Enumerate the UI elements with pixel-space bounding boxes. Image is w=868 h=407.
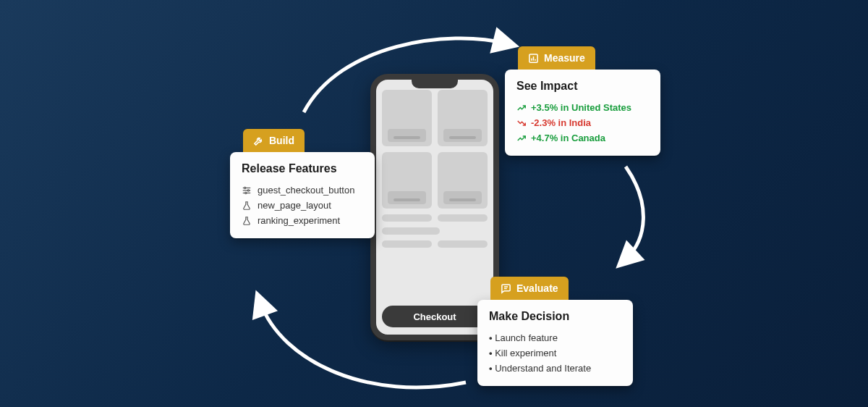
evaluate-tab-label: Evaluate [516, 282, 558, 294]
trend-up-icon [516, 133, 527, 143]
phone-notch [412, 78, 458, 88]
measure-tab: Measure [518, 46, 595, 70]
feature-item-label: guest_checkout_button [258, 185, 354, 196]
evaluate-card-title: Make Decision [489, 310, 621, 323]
bar-chart-icon [528, 53, 539, 64]
feature-item-label: new_page_layout [258, 200, 331, 211]
measure-tab-label: Measure [544, 52, 585, 64]
impact-text: -2.3% in India [531, 117, 591, 128]
measure-card: Measure See Impact +3.5% in United State… [505, 70, 660, 156]
phone-tile [438, 90, 488, 146]
feature-item: new_page_layout [242, 198, 363, 213]
trend-down-icon [516, 118, 527, 128]
build-tab: Build [243, 129, 305, 152]
message-icon [501, 283, 511, 294]
evaluate-card: Evaluate Make Decision Launch feature Ki… [477, 300, 633, 386]
evaluate-tab: Evaluate [490, 277, 569, 300]
decision-item: Kill experiment [489, 345, 621, 361]
phone-tile [382, 90, 432, 146]
checkout-button: Checkout [382, 306, 488, 327]
svg-point-4 [247, 189, 249, 190]
decision-item: Launch feature [489, 330, 621, 345]
impact-text: +3.5% in United States [531, 102, 631, 113]
phone-screen: Checkout [382, 90, 488, 327]
build-tab-label: Build [269, 135, 294, 146]
flask-icon [242, 201, 252, 211]
svg-point-5 [245, 192, 247, 193]
trend-up-icon [516, 103, 527, 113]
svg-point-3 [244, 187, 246, 188]
wrench-icon [253, 135, 264, 146]
feature-item-label: ranking_experiment [258, 215, 340, 226]
feature-item: ranking_experiment [242, 213, 363, 228]
build-card: Build Release Features guest_checkout_bu… [230, 152, 375, 238]
decision-item: Understand and Iterate [489, 361, 621, 376]
impact-row: +3.5% in United States [516, 100, 649, 115]
impact-row: -2.3% in India [516, 115, 649, 130]
impact-row: +4.7% in Canada [516, 130, 649, 146]
feature-item: guest_checkout_button [242, 182, 363, 198]
sliders-icon [242, 185, 252, 196]
diagram-stage: Checkout Build Release Features guest_ch… [0, 0, 868, 407]
phone-tile [382, 152, 432, 209]
flask-icon [242, 216, 252, 226]
phone-tile [438, 152, 488, 209]
build-card-title: Release Features [242, 162, 363, 175]
impact-text: +4.7% in Canada [531, 133, 605, 143]
measure-card-title: See Impact [516, 80, 649, 93]
